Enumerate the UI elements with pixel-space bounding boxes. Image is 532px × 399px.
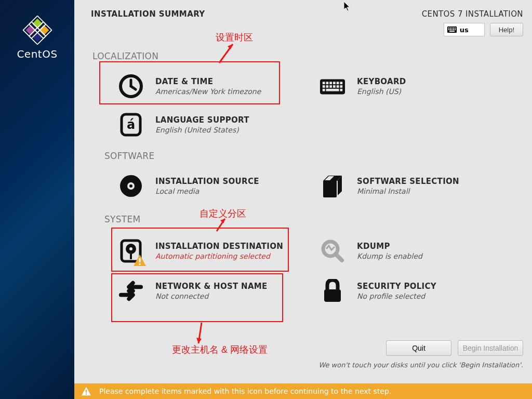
spoke-status: Minimal Install (357, 187, 459, 195)
svg-line-52 (336, 254, 342, 260)
main-panel: INSTALLATION SUMMARY CENTOS 7 INSTALLATI… (74, 0, 532, 399)
svg-rect-44 (337, 181, 338, 197)
disc-icon (118, 173, 144, 199)
svg-rect-29 (340, 82, 342, 84)
centos-logo-icon (23, 16, 52, 45)
svg-rect-10 (450, 28, 451, 29)
svg-rect-31 (326, 85, 329, 88)
spoke-date-time[interactable]: DATE & TIMEAmericas/New York timezone (118, 73, 261, 99)
spoke-title: SOFTWARE SELECTION (357, 177, 459, 186)
brand-text: CentOS (17, 48, 57, 60)
svg-rect-13 (455, 28, 456, 29)
quit-button[interactable]: Quit (386, 340, 451, 356)
language-icon: á (118, 112, 144, 138)
spoke-status: Local media (155, 187, 259, 195)
warning-icon (82, 387, 91, 396)
svg-point-47 (129, 247, 132, 250)
svg-rect-30 (323, 85, 325, 88)
hard-drive-icon (118, 238, 144, 264)
svg-rect-61 (86, 394, 87, 395)
arrow-icon (215, 216, 228, 233)
spoke-status: Americas/New York timezone (155, 87, 261, 96)
page-title: INSTALLATION SUMMARY (91, 9, 205, 19)
spoke-title: KDUMP (357, 242, 422, 251)
keyboard-layout-label: us (460, 26, 469, 34)
spoke-security-policy[interactable]: SECURITY POLICYNo profile selected (320, 278, 436, 304)
svg-rect-48 (130, 254, 132, 259)
svg-rect-9 (448, 28, 449, 29)
spoke-status: English (United States) (155, 126, 249, 134)
annotation-partition: 自定义分区 (200, 207, 246, 220)
footer-hint: We won't touch your disks until you clic… (318, 361, 523, 369)
svg-rect-33 (333, 85, 336, 88)
section-system: SYSTEM (104, 214, 141, 224)
magnifier-icon (320, 238, 345, 264)
svg-rect-49 (139, 258, 141, 262)
clock-icon (118, 73, 144, 99)
keyboard-layout-selector[interactable]: us (444, 23, 485, 36)
warning-badge-icon (134, 255, 146, 266)
svg-marker-55 (228, 44, 233, 49)
svg-rect-60 (86, 390, 87, 393)
spoke-language-support[interactable]: á LANGUAGE SUPPORTEnglish (United States… (118, 112, 249, 138)
lock-icon (320, 278, 345, 304)
svg-line-56 (217, 219, 225, 231)
svg-rect-34 (337, 85, 339, 88)
svg-rect-53 (324, 289, 341, 302)
svg-rect-15 (450, 29, 451, 30)
mouse-cursor-icon (344, 2, 351, 12)
spoke-status: Not connected (155, 292, 268, 300)
svg-rect-38 (340, 89, 342, 91)
svg-rect-32 (329, 85, 332, 88)
spoke-installation-destination[interactable]: INSTALLATION DESTINATIONAutomatic partit… (118, 238, 283, 264)
section-localization: LOCALIZATION (92, 51, 158, 61)
spoke-title: LANGUAGE SUPPORT (155, 115, 249, 125)
spoke-title: SECURITY POLICY (357, 282, 436, 291)
network-icon (118, 278, 144, 304)
package-icon (320, 173, 345, 199)
svg-rect-17 (453, 29, 454, 30)
keyboard-mini-icon (447, 26, 457, 33)
annotation-network: 更改主机名 & 网络设置 (172, 343, 268, 356)
warning-bar: Please complete items marked with this i… (74, 383, 532, 399)
sidebar: CentOS (0, 0, 74, 399)
help-button[interactable]: Help! (490, 23, 523, 36)
warning-text: Please complete items marked with this i… (99, 387, 391, 395)
brand-block: CentOS (0, 16, 74, 60)
svg-rect-36 (323, 89, 325, 91)
spoke-status: No profile selected (357, 292, 436, 300)
spoke-title: DATE & TIME (155, 77, 261, 86)
arrow-icon (194, 321, 208, 345)
section-software: SOFTWARE (104, 151, 155, 161)
svg-rect-18 (455, 29, 456, 30)
spoke-title: NETWORK & HOST NAME (155, 282, 268, 291)
arrow-icon (217, 41, 236, 65)
spoke-network[interactable]: NETWORK & HOST NAMENot connected (118, 278, 268, 304)
installer-title: CENTOS 7 INSTALLATION (422, 9, 523, 19)
svg-rect-14 (448, 29, 449, 30)
svg-rect-11 (451, 28, 453, 29)
svg-rect-37 (326, 89, 339, 91)
spoke-title: INSTALLATION DESTINATION (155, 242, 283, 251)
svg-text:á: á (127, 117, 135, 132)
svg-rect-35 (340, 85, 342, 88)
svg-rect-26 (329, 82, 332, 84)
spoke-status: Kdump is enabled (357, 252, 422, 260)
svg-marker-57 (220, 219, 225, 223)
spoke-title: KEYBOARD (357, 77, 406, 86)
spoke-installation-source[interactable]: INSTALLATION SOURCELocal media (118, 173, 259, 199)
spoke-keyboard[interactable]: KEYBOARDEnglish (US) (320, 73, 406, 99)
svg-line-54 (219, 44, 233, 63)
spoke-kdump[interactable]: KDUMPKdump is enabled (320, 238, 422, 264)
svg-marker-59 (196, 338, 202, 343)
footer-buttons: Quit Begin Installation (386, 340, 523, 356)
begin-installation-button[interactable]: Begin Installation (458, 340, 523, 356)
spoke-status: English (US) (357, 87, 406, 96)
svg-rect-16 (451, 29, 453, 30)
spoke-software-selection[interactable]: SOFTWARE SELECTIONMinimal Install (320, 173, 459, 199)
svg-rect-25 (326, 82, 329, 84)
spoke-title: INSTALLATION SOURCE (155, 177, 259, 186)
header-right: CENTOS 7 INSTALLATION us Help! (422, 9, 523, 36)
svg-rect-12 (453, 28, 454, 29)
svg-point-43 (129, 184, 132, 188)
